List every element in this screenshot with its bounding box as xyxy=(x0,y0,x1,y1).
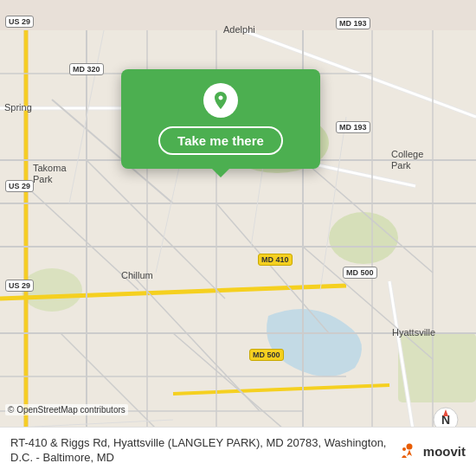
map-popup: Take me there xyxy=(121,69,320,169)
badge-md500-1: MD 500 xyxy=(343,267,377,279)
svg-point-52 xyxy=(402,447,406,451)
badge-md410: MD 410 xyxy=(258,254,293,266)
moovit-logo: moovit xyxy=(396,439,466,463)
moovit-brand-icon xyxy=(396,439,420,463)
badge-us29-3: US 29 xyxy=(5,280,34,292)
take-me-there-button[interactable]: Take me there xyxy=(158,126,283,155)
bottom-bar: RT-410 & Riggs Rd, Hyattsville (LANGLEY … xyxy=(0,427,476,476)
badge-md193-1: MD 193 xyxy=(336,17,370,29)
badge-us29-1: US 29 xyxy=(5,16,34,28)
svg-point-2 xyxy=(329,212,398,264)
badge-md500-2: MD 500 xyxy=(249,349,284,361)
label-chillum: Chillum xyxy=(121,270,153,280)
pin-circle xyxy=(203,83,238,118)
svg-rect-50 xyxy=(396,439,420,463)
location-pin-icon xyxy=(210,90,231,111)
label-spring: Spring xyxy=(4,102,32,113)
address-text: RT-410 & Riggs Rd, Hyattsville (LANGLEY … xyxy=(10,436,389,466)
label-adelphi: Adelphi xyxy=(223,24,255,35)
badge-md320: MD 320 xyxy=(69,63,104,75)
badge-us29-2: US 29 xyxy=(5,180,34,192)
label-college-park: CollegePark xyxy=(391,149,423,171)
map-container: N Spring Adelphi TakomaPark Chillum Coll… xyxy=(0,0,476,476)
svg-rect-3 xyxy=(398,333,476,402)
moovit-text: moovit xyxy=(423,444,466,459)
badge-md193-2: MD 193 xyxy=(336,121,370,133)
osm-attribution: © OpenStreetMap contributors xyxy=(5,404,128,415)
label-hyattsville: Hyattsville xyxy=(392,327,435,338)
svg-point-51 xyxy=(406,444,412,450)
label-takoma-park: TakomaPark xyxy=(33,163,67,185)
